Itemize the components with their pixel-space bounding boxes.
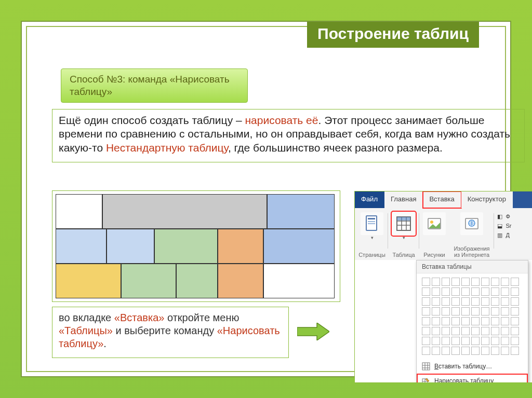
shapes-button[interactable]: ◧Ф — [496, 213, 512, 220]
instr-text: откройте меню — [164, 312, 239, 323]
smartart-button[interactable]: ⬓Sr — [496, 222, 512, 229]
dropdown-grid[interactable] — [417, 273, 528, 359]
shapes-icon: ◧ — [496, 213, 504, 220]
para-highlight: нарисовать её — [245, 114, 318, 126]
word-ribbon-mock: Файл Главная Вставка Конструктор ▾ Стран… — [354, 191, 532, 383]
smartart-icon: ⬓ — [496, 222, 504, 229]
group-pictures: Рисунки — [419, 211, 449, 258]
tab-design[interactable]: Конструктор — [461, 191, 513, 208]
instr-highlight: «Таблицы» — [59, 325, 113, 336]
pages-button[interactable] — [361, 212, 383, 235]
draw-table-item[interactable]: Нарисовать таблицу — [417, 374, 528, 383]
table-dropdown: Вставка таблицы Вставить таблицу… Нарисо… — [416, 260, 528, 383]
description-text: Ещё один способ создать таблицу – нарисо… — [52, 109, 525, 162]
svg-rect-2 — [368, 218, 375, 219]
tab-file[interactable]: Файл — [355, 191, 384, 208]
pencil-icon — [422, 377, 430, 383]
instr-text: . — [103, 338, 107, 349]
arrow-icon — [297, 323, 329, 340]
table-icon — [422, 362, 430, 370]
svg-rect-10 — [397, 217, 410, 221]
svg-rect-4 — [368, 223, 375, 224]
tab-home[interactable]: Главная — [384, 191, 423, 208]
method-subtitle: Способ №3: команда «Нарисовать таблицу» — [61, 68, 248, 103]
svg-marker-0 — [297, 323, 329, 340]
dropdown-header: Вставка таблицы — [417, 260, 528, 273]
group-misc: ◧Ф ⬓Sr ▥Д — [494, 211, 513, 258]
instruction-text: во вкладке «Вставка» откройте меню «Табл… — [52, 307, 289, 358]
svg-point-12 — [430, 221, 433, 224]
instr-text: во вкладке — [59, 312, 114, 323]
group-online-images: Изображенияиз Интернета — [449, 211, 494, 258]
para-text: Ещё один способ создать таблицу – — [59, 114, 245, 126]
group-table: ▾ Таблица — [388, 211, 419, 258]
tab-insert[interactable]: Вставка — [423, 191, 461, 208]
group-label: Изображенияиз Интернета — [454, 245, 489, 258]
group-label: Страницы — [358, 252, 385, 258]
example-table — [52, 190, 340, 302]
pictures-button[interactable] — [423, 212, 446, 235]
svg-rect-3 — [368, 221, 375, 222]
group-label: Рисунки — [423, 252, 445, 258]
insert-table-item[interactable]: Вставить таблицу… — [417, 359, 528, 374]
group-pages: ▾ Страницы — [356, 211, 388, 258]
group-label: Таблица — [392, 252, 415, 258]
svg-rect-15 — [422, 363, 430, 370]
ribbon-body: ▾ Страницы ▾ Таблица Рисунки — [355, 208, 532, 260]
chevron-down-icon: ▾ — [371, 235, 374, 240]
table-button[interactable] — [392, 212, 415, 235]
chart-button[interactable]: ▥Д — [496, 231, 512, 239]
ribbon-tabs: Файл Главная Вставка Конструктор — [355, 191, 532, 208]
online-images-button[interactable] — [460, 212, 483, 235]
draw-table-label: Нарисовать таблицу — [434, 377, 494, 383]
instr-highlight: «Вставка» — [114, 312, 165, 323]
chevron-down-icon: ▾ — [403, 235, 405, 240]
slide-canvas: Построение таблиц Способ №3: команда «На… — [21, 21, 511, 377]
chart-icon: ▥ — [496, 231, 504, 239]
para-text: , где большинство ячеек разного размера. — [228, 142, 443, 154]
insert-table-label: Вставить таблицу… — [434, 363, 492, 370]
slide-title: Построение таблиц — [307, 22, 479, 48]
instr-text: и выберите команду — [113, 325, 217, 336]
para-highlight: Нестандартную таблицу — [106, 142, 228, 154]
